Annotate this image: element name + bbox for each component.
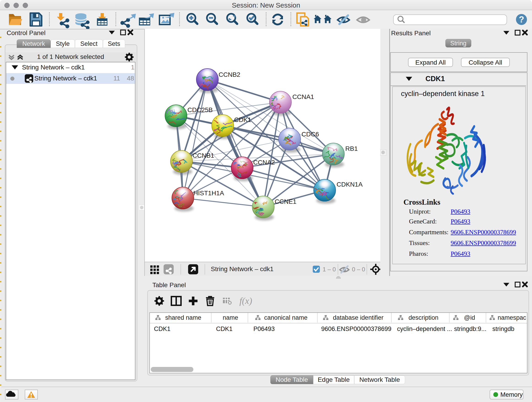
svg-text:?: ? <box>519 15 524 24</box>
svg-text:HIST1H1A: HIST1H1A <box>193 190 224 197</box>
svg-text:CDK1: CDK1 <box>234 116 251 123</box>
svg-text:CCNB2: CCNB2 <box>219 71 240 78</box>
svg-text:CCNE1: CCNE1 <box>275 198 297 205</box>
svg-text:RB1: RB1 <box>345 145 358 152</box>
svg-text:CCNB1: CCNB1 <box>192 152 214 159</box>
svg-text:CDC25B: CDC25B <box>187 106 213 114</box>
svg-text:CCNA2: CCNA2 <box>253 159 275 166</box>
svg-text:CDKN1A: CDKN1A <box>336 181 363 188</box>
svg-text:CDC6: CDC6 <box>302 131 319 138</box>
svg-text:CCNA1: CCNA1 <box>292 93 314 100</box>
svg-text:f(x): f(x) <box>239 296 252 306</box>
